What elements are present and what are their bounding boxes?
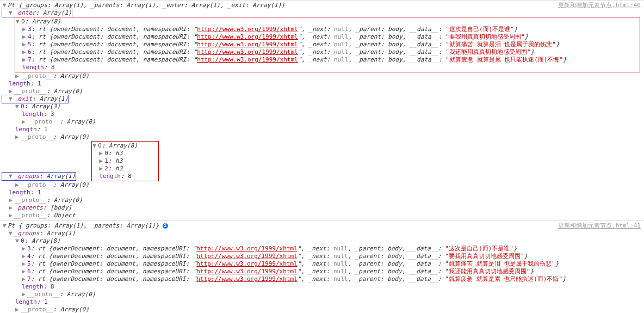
expand-icon[interactable] bbox=[22, 253, 27, 260]
source-link[interactable]: 更新和增加元素节点.html:41 bbox=[558, 222, 641, 230]
expand-icon[interactable] bbox=[9, 95, 14, 103]
namespace-uri[interactable]: http://www.w3.org/1999/xhtml bbox=[196, 245, 297, 252]
expand-icon[interactable] bbox=[15, 181, 21, 189]
proto-prop[interactable]: __proto__: Array(0) bbox=[2, 181, 644, 189]
expand-icon[interactable] bbox=[9, 88, 14, 95]
prop-key: _groups bbox=[14, 230, 39, 237]
index-type: Array(8) bbox=[32, 237, 60, 244]
expand-icon[interactable] bbox=[9, 173, 14, 180]
data-value: "就算痛苦 就算是泪 也是属于我的伤悲" bbox=[445, 260, 555, 267]
expand-icon[interactable] bbox=[22, 26, 28, 33]
index-key: 0 bbox=[21, 18, 25, 25]
proto-prop[interactable]: __proto__: Array(0) bbox=[2, 197, 644, 204]
rt-row[interactable]: 7: rt {ownerDocument: document, namespac… bbox=[16, 56, 639, 64]
expand-icon[interactable] bbox=[99, 150, 104, 157]
expand-icon[interactable] bbox=[15, 103, 21, 111]
source-link[interactable]: 更新和增加元素节点.html:40 bbox=[558, 2, 641, 9]
namespace-uri[interactable]: http://www.w3.org/1999/xhtml bbox=[197, 48, 298, 56]
namespace-uri[interactable]: http://www.w3.org/1999/xhtml bbox=[197, 41, 298, 48]
proto-prop[interactable]: __proto__: Array(0) bbox=[2, 306, 644, 313]
row-index: 3 bbox=[27, 245, 31, 252]
namespace-uri[interactable]: http://www.w3.org/1999/xhtml bbox=[196, 253, 297, 260]
proto-prop[interactable]: __proto__: Array(0) bbox=[2, 72, 644, 80]
rt-row[interactable]: 5: rt {ownerDocument: document, namespac… bbox=[16, 41, 639, 48]
expand-icon[interactable] bbox=[9, 197, 14, 204]
length-prop: length: 8 bbox=[2, 283, 644, 291]
expand-icon[interactable] bbox=[2, 222, 8, 230]
expand-icon[interactable] bbox=[22, 291, 27, 298]
expand-icon[interactable] bbox=[22, 268, 27, 275]
namespace-uri[interactable]: http://www.w3.org/1999/xhtml bbox=[197, 26, 298, 33]
proto-prop[interactable]: __proto__: Array(0) bbox=[2, 88, 644, 95]
enter-property[interactable]: _enter: Array(1) bbox=[2, 9, 72, 17]
expand-icon[interactable] bbox=[92, 142, 98, 150]
owner-doc: document bbox=[107, 33, 136, 40]
expand-icon[interactable] bbox=[22, 33, 28, 41]
expand-icon[interactable] bbox=[9, 212, 14, 219]
proto-prop[interactable]: __proto__: Object bbox=[2, 212, 644, 219]
data-value: "就算疲惫 就算是累 也只能执迷(而)不悔" bbox=[445, 275, 562, 283]
length-prop: length: 1 bbox=[2, 189, 644, 197]
proto-prop[interactable]: __proto__: Array(0) bbox=[2, 133, 644, 141]
array-index[interactable]: 0: Array(8) bbox=[92, 142, 158, 150]
expand-icon[interactable] bbox=[15, 306, 21, 313]
object-header[interactable]: Pt {_groups: Array(1), _parents: Array(1… bbox=[2, 2, 644, 9]
namespace-uri[interactable]: http://www.w3.org/1999/xhtml bbox=[196, 260, 297, 267]
prop-key: _exit bbox=[14, 95, 32, 102]
array-index[interactable]: 0: Array(3) bbox=[2, 103, 644, 111]
array-index[interactable]: 0: Array(8) bbox=[16, 18, 639, 26]
expand-icon[interactable] bbox=[22, 275, 27, 283]
parent-el: body bbox=[388, 56, 403, 63]
parents-prop[interactable]: _parents: [body] bbox=[2, 204, 644, 212]
proto-prop[interactable]: __proto__: Array(0) bbox=[2, 291, 644, 298]
expand-icon[interactable] bbox=[99, 165, 104, 173]
proto-prop[interactable]: __proto__: Array(0) bbox=[2, 118, 644, 126]
rt-row[interactable]: 5: rt {ownerDocument: document, namespac… bbox=[2, 260, 644, 268]
row-index: 4 bbox=[27, 253, 31, 260]
proto-val: Array(0) bbox=[60, 181, 89, 188]
parent-el: body bbox=[388, 26, 403, 33]
array-item[interactable]: 0: h3 bbox=[92, 150, 158, 157]
namespace-uri[interactable]: http://www.w3.org/1999/xhtml bbox=[196, 268, 297, 275]
rt-row[interactable]: 3: rt {ownerDocument: document, namespac… bbox=[2, 245, 644, 253]
length-val: 1 bbox=[38, 189, 41, 196]
owner-doc: document bbox=[107, 260, 135, 267]
prop-val: Object bbox=[54, 212, 76, 219]
proto-val: Array(0) bbox=[60, 306, 89, 313]
rt-row[interactable]: 6: rt {ownerDocument: document, namespac… bbox=[2, 268, 644, 275]
expand-icon[interactable] bbox=[22, 56, 28, 64]
info-icon[interactable]: i bbox=[163, 223, 168, 229]
rt-row[interactable]: 6: rt {ownerDocument: document, namespac… bbox=[16, 48, 639, 56]
expand-icon[interactable] bbox=[15, 72, 21, 80]
expand-icon[interactable] bbox=[9, 9, 14, 17]
expand-icon[interactable] bbox=[2, 2, 8, 9]
expand-icon[interactable] bbox=[22, 245, 27, 253]
groups-property[interactable]: _groups: Array(1) bbox=[2, 173, 76, 180]
rt-row[interactable]: 3: rt {ownerDocument: document, namespac… bbox=[16, 26, 639, 33]
expand-icon[interactable] bbox=[22, 48, 28, 56]
namespace-uri[interactable]: http://www.w3.org/1999/xhtml bbox=[196, 275, 297, 283]
expand-icon[interactable] bbox=[9, 230, 14, 237]
expand-icon[interactable] bbox=[22, 260, 27, 268]
expand-icon[interactable] bbox=[9, 204, 14, 212]
array-item[interactable]: 1: h3 bbox=[92, 157, 158, 165]
expand-icon[interactable] bbox=[15, 237, 21, 245]
expand-icon[interactable] bbox=[22, 118, 27, 126]
object-header[interactable]: Pt {_groups: Array(1), _parents: Array(1… bbox=[2, 222, 644, 230]
expand-icon[interactable] bbox=[16, 18, 21, 26]
rt-row[interactable]: 4: rt {ownerDocument: document, namespac… bbox=[16, 33, 639, 41]
prop-key: __proto__ bbox=[14, 212, 47, 219]
expand-icon[interactable] bbox=[99, 157, 104, 165]
groups-property[interactable]: _groups: Array(1) bbox=[2, 230, 644, 237]
array-item[interactable]: 2: h3 bbox=[92, 165, 158, 173]
expand-icon[interactable] bbox=[15, 133, 21, 141]
exit-property[interactable]: _exit: Array(1) bbox=[2, 95, 68, 103]
array-index[interactable]: 0: Array(8) bbox=[2, 237, 644, 245]
namespace-uri[interactable]: http://www.w3.org/1999/xhtml bbox=[197, 56, 298, 63]
rt-row[interactable]: 4: rt {ownerDocument: document, namespac… bbox=[2, 253, 644, 260]
expand-icon[interactable] bbox=[22, 41, 28, 48]
proto-val: Array(0) bbox=[54, 197, 83, 204]
rt-row[interactable]: 7: rt {ownerDocument: document, namespac… bbox=[2, 275, 644, 283]
namespace-uri[interactable]: http://www.w3.org/1999/xhtml bbox=[197, 33, 298, 40]
data-value: "要我用真真切切地感受周围" bbox=[445, 33, 524, 40]
